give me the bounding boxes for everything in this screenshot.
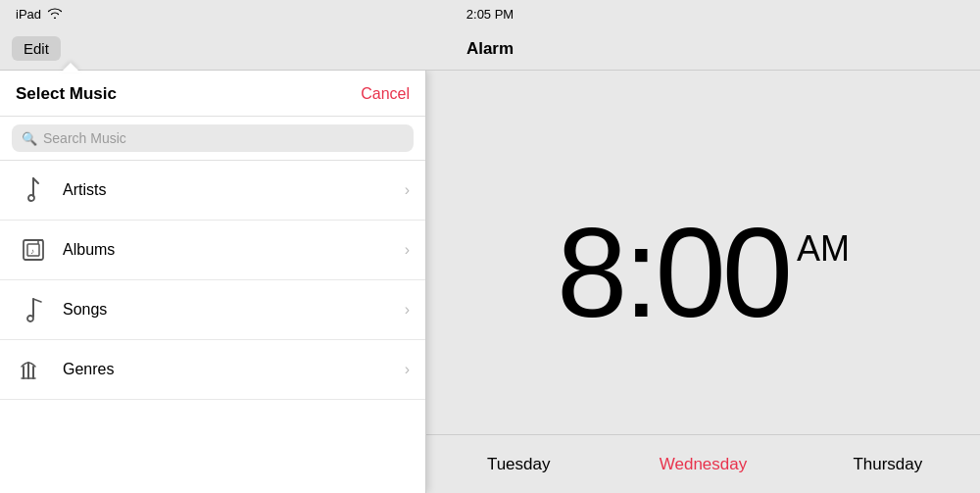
main-content: Select Music Cancel 🔍 Artists › — [0, 71, 980, 493]
genres-label: Genres — [63, 361, 405, 378]
menu-item-songs[interactable]: Songs › — [0, 280, 425, 340]
search-input[interactable] — [43, 130, 404, 146]
header-title: Alarm — [466, 39, 514, 59]
edit-button[interactable]: Edit — [12, 36, 61, 61]
right-panel: 8:00 AM Tuesday Wednesday Thursday — [426, 71, 980, 493]
menu-item-artists[interactable]: Artists › — [0, 161, 425, 221]
wifi-icon — [47, 7, 63, 22]
svg-text:♪: ♪ — [30, 247, 34, 256]
day-thursday[interactable]: Thursday — [796, 445, 980, 484]
search-bar: 🔍 — [0, 117, 425, 161]
menu-list: Artists › ♪ Albums › — [0, 161, 425, 493]
svg-line-9 — [33, 299, 41, 302]
search-icon: 🔍 — [22, 131, 37, 146]
genres-chevron: › — [405, 361, 410, 378]
day-selector: Tuesday Wednesday Thursday — [426, 434, 980, 493]
status-time: 2:05 PM — [466, 7, 514, 22]
dropdown-arrow — [61, 63, 80, 73]
songs-label: Songs — [63, 301, 405, 319]
left-panel: Select Music Cancel 🔍 Artists › — [0, 71, 426, 493]
clock-time: 8:00 — [557, 209, 789, 336]
svg-point-2 — [28, 195, 34, 201]
svg-point-10 — [27, 316, 33, 321]
search-input-wrapper: 🔍 — [12, 124, 414, 152]
day-tuesday[interactable]: Tuesday — [426, 445, 611, 484]
header-bar: Edit Alarm — [0, 27, 980, 71]
songs-chevron: › — [405, 301, 410, 319]
device-label: iPad — [16, 7, 41, 22]
panel-header: Select Music Cancel — [0, 71, 425, 117]
artists-label: Artists — [63, 181, 405, 199]
status-bar: iPad 2:05 PM — [0, 0, 980, 27]
day-wednesday[interactable]: Wednesday — [611, 445, 795, 484]
artists-icon — [16, 173, 51, 208]
albums-icon: ♪ — [16, 232, 51, 268]
status-left: iPad — [16, 7, 63, 22]
menu-item-genres[interactable]: Genres › — [0, 340, 425, 400]
albums-chevron: › — [405, 241, 410, 259]
menu-item-albums[interactable]: ♪ Albums › — [0, 221, 425, 280]
cancel-button[interactable]: Cancel — [361, 85, 410, 103]
panel-title: Select Music — [16, 84, 117, 104]
genres-icon — [16, 352, 51, 387]
songs-icon — [16, 292, 51, 327]
clock-ampm: AM — [797, 228, 850, 270]
clock-display: 8:00 AM — [557, 209, 850, 336]
albums-label: Albums — [63, 241, 405, 259]
artists-chevron: › — [405, 181, 410, 199]
